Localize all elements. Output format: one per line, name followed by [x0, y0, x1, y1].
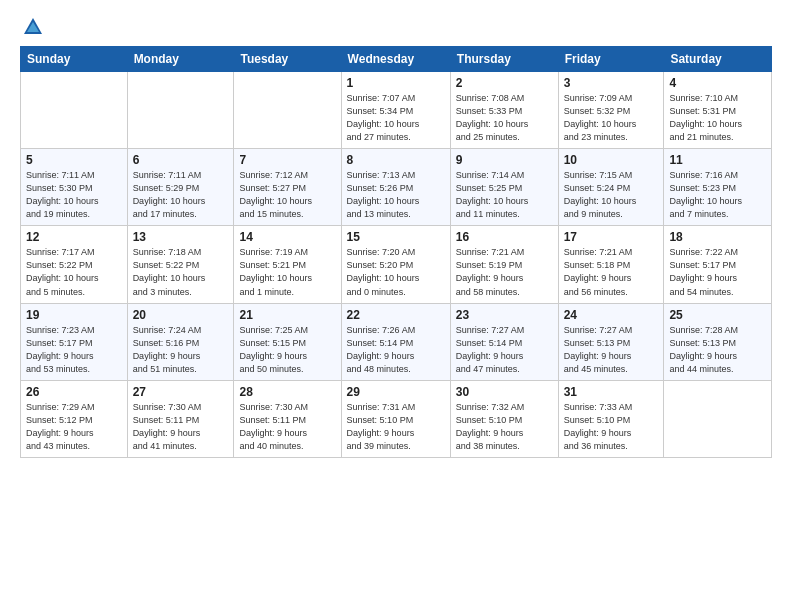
- day-info: Sunrise: 7:29 AM Sunset: 5:12 PM Dayligh…: [26, 401, 122, 453]
- logo-icon: [22, 16, 44, 38]
- weekday-header: Sunday: [21, 47, 128, 72]
- day-info: Sunrise: 7:33 AM Sunset: 5:10 PM Dayligh…: [564, 401, 659, 453]
- day-number: 28: [239, 385, 335, 399]
- day-info: Sunrise: 7:11 AM Sunset: 5:30 PM Dayligh…: [26, 169, 122, 221]
- calendar-cell: 7Sunrise: 7:12 AM Sunset: 5:27 PM Daylig…: [234, 149, 341, 226]
- day-info: Sunrise: 7:30 AM Sunset: 5:11 PM Dayligh…: [239, 401, 335, 453]
- calendar-cell: 26Sunrise: 7:29 AM Sunset: 5:12 PM Dayli…: [21, 380, 128, 457]
- day-number: 21: [239, 308, 335, 322]
- day-number: 19: [26, 308, 122, 322]
- calendar-cell: 29Sunrise: 7:31 AM Sunset: 5:10 PM Dayli…: [341, 380, 450, 457]
- day-number: 27: [133, 385, 229, 399]
- weekday-header: Thursday: [450, 47, 558, 72]
- day-number: 17: [564, 230, 659, 244]
- day-info: Sunrise: 7:13 AM Sunset: 5:26 PM Dayligh…: [347, 169, 445, 221]
- calendar-cell: 10Sunrise: 7:15 AM Sunset: 5:24 PM Dayli…: [558, 149, 664, 226]
- calendar-cell: 15Sunrise: 7:20 AM Sunset: 5:20 PM Dayli…: [341, 226, 450, 303]
- calendar-cell: [21, 72, 128, 149]
- day-number: 31: [564, 385, 659, 399]
- calendar-cell: 23Sunrise: 7:27 AM Sunset: 5:14 PM Dayli…: [450, 303, 558, 380]
- day-info: Sunrise: 7:14 AM Sunset: 5:25 PM Dayligh…: [456, 169, 553, 221]
- day-info: Sunrise: 7:15 AM Sunset: 5:24 PM Dayligh…: [564, 169, 659, 221]
- calendar-cell: 8Sunrise: 7:13 AM Sunset: 5:26 PM Daylig…: [341, 149, 450, 226]
- day-number: 6: [133, 153, 229, 167]
- day-info: Sunrise: 7:20 AM Sunset: 5:20 PM Dayligh…: [347, 246, 445, 298]
- calendar-cell: 31Sunrise: 7:33 AM Sunset: 5:10 PM Dayli…: [558, 380, 664, 457]
- day-number: 30: [456, 385, 553, 399]
- day-info: Sunrise: 7:30 AM Sunset: 5:11 PM Dayligh…: [133, 401, 229, 453]
- day-info: Sunrise: 7:27 AM Sunset: 5:13 PM Dayligh…: [564, 324, 659, 376]
- day-number: 10: [564, 153, 659, 167]
- calendar-cell: 18Sunrise: 7:22 AM Sunset: 5:17 PM Dayli…: [664, 226, 772, 303]
- calendar: SundayMondayTuesdayWednesdayThursdayFrid…: [20, 46, 772, 458]
- calendar-cell: 1Sunrise: 7:07 AM Sunset: 5:34 PM Daylig…: [341, 72, 450, 149]
- calendar-cell: 12Sunrise: 7:17 AM Sunset: 5:22 PM Dayli…: [21, 226, 128, 303]
- day-number: 9: [456, 153, 553, 167]
- calendar-cell: [127, 72, 234, 149]
- day-info: Sunrise: 7:11 AM Sunset: 5:29 PM Dayligh…: [133, 169, 229, 221]
- day-number: 22: [347, 308, 445, 322]
- calendar-cell: 9Sunrise: 7:14 AM Sunset: 5:25 PM Daylig…: [450, 149, 558, 226]
- calendar-cell: 14Sunrise: 7:19 AM Sunset: 5:21 PM Dayli…: [234, 226, 341, 303]
- weekday-header: Friday: [558, 47, 664, 72]
- day-number: 14: [239, 230, 335, 244]
- day-number: 20: [133, 308, 229, 322]
- day-info: Sunrise: 7:08 AM Sunset: 5:33 PM Dayligh…: [456, 92, 553, 144]
- calendar-cell: 5Sunrise: 7:11 AM Sunset: 5:30 PM Daylig…: [21, 149, 128, 226]
- day-number: 3: [564, 76, 659, 90]
- logo: [20, 16, 44, 38]
- calendar-cell: 24Sunrise: 7:27 AM Sunset: 5:13 PM Dayli…: [558, 303, 664, 380]
- calendar-week-row: 5Sunrise: 7:11 AM Sunset: 5:30 PM Daylig…: [21, 149, 772, 226]
- calendar-week-row: 26Sunrise: 7:29 AM Sunset: 5:12 PM Dayli…: [21, 380, 772, 457]
- day-number: 11: [669, 153, 766, 167]
- day-info: Sunrise: 7:27 AM Sunset: 5:14 PM Dayligh…: [456, 324, 553, 376]
- day-number: 16: [456, 230, 553, 244]
- page: SundayMondayTuesdayWednesdayThursdayFrid…: [0, 0, 792, 468]
- calendar-cell: 30Sunrise: 7:32 AM Sunset: 5:10 PM Dayli…: [450, 380, 558, 457]
- calendar-cell: 22Sunrise: 7:26 AM Sunset: 5:14 PM Dayli…: [341, 303, 450, 380]
- calendar-header-row: SundayMondayTuesdayWednesdayThursdayFrid…: [21, 47, 772, 72]
- day-info: Sunrise: 7:19 AM Sunset: 5:21 PM Dayligh…: [239, 246, 335, 298]
- day-info: Sunrise: 7:12 AM Sunset: 5:27 PM Dayligh…: [239, 169, 335, 221]
- day-number: 1: [347, 76, 445, 90]
- day-info: Sunrise: 7:21 AM Sunset: 5:19 PM Dayligh…: [456, 246, 553, 298]
- weekday-header: Tuesday: [234, 47, 341, 72]
- calendar-cell: 28Sunrise: 7:30 AM Sunset: 5:11 PM Dayli…: [234, 380, 341, 457]
- day-info: Sunrise: 7:32 AM Sunset: 5:10 PM Dayligh…: [456, 401, 553, 453]
- day-info: Sunrise: 7:31 AM Sunset: 5:10 PM Dayligh…: [347, 401, 445, 453]
- calendar-cell: 19Sunrise: 7:23 AM Sunset: 5:17 PM Dayli…: [21, 303, 128, 380]
- day-number: 15: [347, 230, 445, 244]
- day-number: 18: [669, 230, 766, 244]
- calendar-week-row: 12Sunrise: 7:17 AM Sunset: 5:22 PM Dayli…: [21, 226, 772, 303]
- weekday-header: Saturday: [664, 47, 772, 72]
- calendar-cell: 6Sunrise: 7:11 AM Sunset: 5:29 PM Daylig…: [127, 149, 234, 226]
- calendar-cell: 13Sunrise: 7:18 AM Sunset: 5:22 PM Dayli…: [127, 226, 234, 303]
- day-number: 13: [133, 230, 229, 244]
- calendar-cell: 11Sunrise: 7:16 AM Sunset: 5:23 PM Dayli…: [664, 149, 772, 226]
- day-info: Sunrise: 7:10 AM Sunset: 5:31 PM Dayligh…: [669, 92, 766, 144]
- calendar-cell: 17Sunrise: 7:21 AM Sunset: 5:18 PM Dayli…: [558, 226, 664, 303]
- header: [20, 16, 772, 38]
- day-info: Sunrise: 7:25 AM Sunset: 5:15 PM Dayligh…: [239, 324, 335, 376]
- day-info: Sunrise: 7:21 AM Sunset: 5:18 PM Dayligh…: [564, 246, 659, 298]
- day-info: Sunrise: 7:17 AM Sunset: 5:22 PM Dayligh…: [26, 246, 122, 298]
- day-info: Sunrise: 7:09 AM Sunset: 5:32 PM Dayligh…: [564, 92, 659, 144]
- day-info: Sunrise: 7:22 AM Sunset: 5:17 PM Dayligh…: [669, 246, 766, 298]
- calendar-cell: 20Sunrise: 7:24 AM Sunset: 5:16 PM Dayli…: [127, 303, 234, 380]
- day-number: 29: [347, 385, 445, 399]
- calendar-cell: 27Sunrise: 7:30 AM Sunset: 5:11 PM Dayli…: [127, 380, 234, 457]
- calendar-cell: 21Sunrise: 7:25 AM Sunset: 5:15 PM Dayli…: [234, 303, 341, 380]
- day-number: 23: [456, 308, 553, 322]
- day-number: 25: [669, 308, 766, 322]
- calendar-cell: 2Sunrise: 7:08 AM Sunset: 5:33 PM Daylig…: [450, 72, 558, 149]
- day-info: Sunrise: 7:26 AM Sunset: 5:14 PM Dayligh…: [347, 324, 445, 376]
- day-number: 7: [239, 153, 335, 167]
- day-number: 2: [456, 76, 553, 90]
- calendar-cell: 3Sunrise: 7:09 AM Sunset: 5:32 PM Daylig…: [558, 72, 664, 149]
- calendar-cell: [234, 72, 341, 149]
- weekday-header: Wednesday: [341, 47, 450, 72]
- calendar-cell: 4Sunrise: 7:10 AM Sunset: 5:31 PM Daylig…: [664, 72, 772, 149]
- day-number: 12: [26, 230, 122, 244]
- day-number: 26: [26, 385, 122, 399]
- calendar-week-row: 1Sunrise: 7:07 AM Sunset: 5:34 PM Daylig…: [21, 72, 772, 149]
